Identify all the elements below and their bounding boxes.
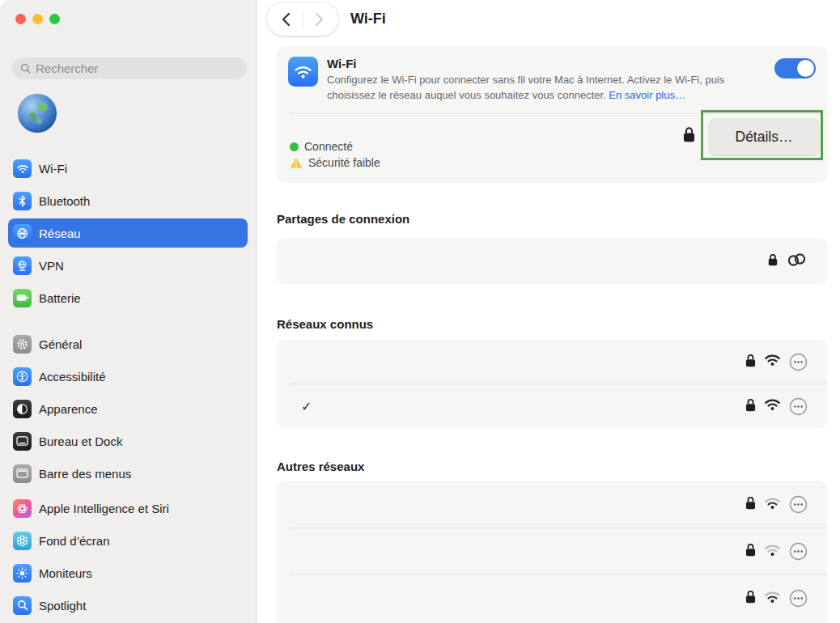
other-network-row[interactable] xyxy=(277,481,827,528)
wifi-signal-weak-icon xyxy=(764,544,781,560)
more-ellipsis-icon[interactable] xyxy=(789,397,808,416)
annotation-highlight-box: Détails… xyxy=(701,110,823,160)
wallpaper-flower-icon xyxy=(13,532,32,550)
sidebar-item-label: Wi-Fi xyxy=(39,162,67,176)
wifi-status: Connecté Sécurité faible xyxy=(290,138,380,171)
lock-icon xyxy=(683,126,695,146)
sidebar-item-reseau[interactable]: Réseau xyxy=(8,218,248,248)
lock-icon xyxy=(745,496,756,513)
other-network-row[interactable] xyxy=(277,528,827,574)
known-network-row-current[interactable]: ✓ xyxy=(277,384,827,428)
connected-dot-icon xyxy=(290,142,299,151)
more-ellipsis-icon[interactable] xyxy=(789,353,808,371)
more-ellipsis-icon[interactable] xyxy=(789,542,808,561)
section-title-reseaux-connus: Réseaux connus xyxy=(277,317,827,331)
sidebar-item-label: Fond d’écran xyxy=(39,534,110,548)
wifi-signal-full-icon xyxy=(764,398,781,414)
known-network-row[interactable] xyxy=(277,340,827,384)
wifi-app-icon xyxy=(288,57,318,87)
status-connected-label: Connecté xyxy=(304,140,353,153)
sidebar-item-label: Apparence xyxy=(39,402,98,416)
sidebar-item-fond-ecran[interactable]: Fond d’écran xyxy=(8,526,248,555)
sidebar-nav: Wi-Fi Bluetooth xyxy=(8,154,248,623)
main-panel: Wi-Fi Wi-Fi xyxy=(257,0,840,623)
magnifier-icon xyxy=(13,596,32,615)
gear-icon xyxy=(13,335,32,354)
sun-display-icon xyxy=(13,564,32,583)
hotspot-row[interactable] xyxy=(277,239,827,284)
content-area: Wi-Fi Configurez le Wi-Fi pour connecter… xyxy=(277,0,827,623)
search-field[interactable] xyxy=(12,57,247,79)
checkmark-icon: ✓ xyxy=(301,399,312,414)
warning-triangle-icon xyxy=(290,157,303,168)
more-ellipsis-icon[interactable] xyxy=(789,589,808,608)
status-warning-label: Sécurité faible xyxy=(308,156,380,169)
sidebar-item-batterie[interactable]: Batterie xyxy=(8,283,248,312)
wifi-toggle[interactable] xyxy=(774,58,816,78)
sidebar-item-label: Réseau xyxy=(39,227,81,240)
sidebar-item-barre-des-menus[interactable]: Barre des menus xyxy=(8,459,248,488)
autres-reseaux-card xyxy=(277,481,827,623)
sidebar-item-apple-intelligence-siri[interactable]: Apple Intelligence et Siri xyxy=(8,494,248,523)
details-button[interactable]: Détails… xyxy=(709,119,819,155)
sidebar-item-spotlight[interactable]: Spotlight xyxy=(8,591,248,620)
status-warning: Sécurité faible xyxy=(290,155,380,171)
wifi-card-title: Wi-Fi xyxy=(327,57,770,70)
sidebar-item-bluetooth[interactable]: Bluetooth xyxy=(8,186,248,215)
search-icon xyxy=(20,63,31,74)
lock-icon xyxy=(768,253,778,269)
globe-icon xyxy=(13,224,32,243)
sidebar-item-label: VPN xyxy=(39,259,64,273)
accessibility-icon xyxy=(13,367,32,386)
section-title-autres-reseaux: Autres réseaux xyxy=(277,460,827,473)
minimize-button[interactable] xyxy=(32,14,43,24)
more-ellipsis-icon[interactable] xyxy=(789,495,808,514)
sidebar-item-label: Accessibilité xyxy=(39,370,106,384)
close-button[interactable] xyxy=(15,14,26,24)
bluetooth-icon xyxy=(13,192,32,210)
sidebar-item-label: Batterie xyxy=(39,291,81,305)
lock-icon xyxy=(745,398,756,415)
sidebar-item-accessibilite[interactable]: Accessibilité xyxy=(8,362,248,391)
traffic-lights xyxy=(15,14,60,24)
toggle-knob xyxy=(797,60,814,77)
section-title-partages: Partages de connexion xyxy=(277,212,827,226)
appearance-icon xyxy=(13,400,32,418)
menu-bar-icon xyxy=(13,464,32,483)
sidebar-item-vpn[interactable]: VPN xyxy=(8,251,248,280)
sidebar-item-moniteurs[interactable]: Moniteurs xyxy=(8,558,248,587)
search-input[interactable] xyxy=(36,61,230,75)
sidebar-item-label: Général xyxy=(39,337,82,351)
reseaux-connus-card: ✓ xyxy=(277,340,827,427)
sidebar-item-label: Spotlight xyxy=(39,599,86,612)
lock-icon xyxy=(745,354,756,371)
lock-icon xyxy=(745,543,756,560)
sidebar-item-bureau-et-dock[interactable]: Bureau et Dock xyxy=(8,426,248,456)
avatar[interactable] xyxy=(18,94,57,133)
sidebar-item-label: Bluetooth xyxy=(39,194,90,208)
battery-icon xyxy=(13,289,32,307)
wifi-card-description: Configurez le Wi-Fi pour connecter sans … xyxy=(327,73,770,103)
wifi-icon xyxy=(13,159,32,178)
status-connected: Connecté xyxy=(290,138,380,155)
sidebar: Wi-Fi Bluetooth xyxy=(0,0,257,623)
system-settings-window: Wi-Fi Bluetooth xyxy=(0,0,840,623)
desktop-dock-icon xyxy=(13,432,32,451)
lock-icon xyxy=(745,590,756,607)
wifi-signal-medium-icon xyxy=(764,591,781,607)
partages-card xyxy=(277,239,827,284)
other-network-row[interactable] xyxy=(277,575,827,621)
learn-more-link[interactable]: En savoir plus… xyxy=(609,89,685,101)
siri-flower-icon xyxy=(13,499,32,518)
sidebar-item-general[interactable]: Général xyxy=(8,329,248,358)
sidebar-item-label: Barre des menus xyxy=(39,467,131,481)
zoom-button[interactable] xyxy=(49,14,60,24)
link-chain-icon xyxy=(786,252,808,270)
sidebar-item-label: Apple Intelligence et Siri xyxy=(39,502,169,515)
wifi-signal-medium-icon xyxy=(764,497,781,513)
vpn-globe-icon xyxy=(13,256,32,275)
sidebar-item-label: Bureau et Dock xyxy=(39,434,122,448)
sidebar-item-label: Moniteurs xyxy=(39,566,92,580)
sidebar-item-apparence[interactable]: Apparence xyxy=(8,394,248,423)
sidebar-item-wifi[interactable]: Wi-Fi xyxy=(8,154,248,183)
